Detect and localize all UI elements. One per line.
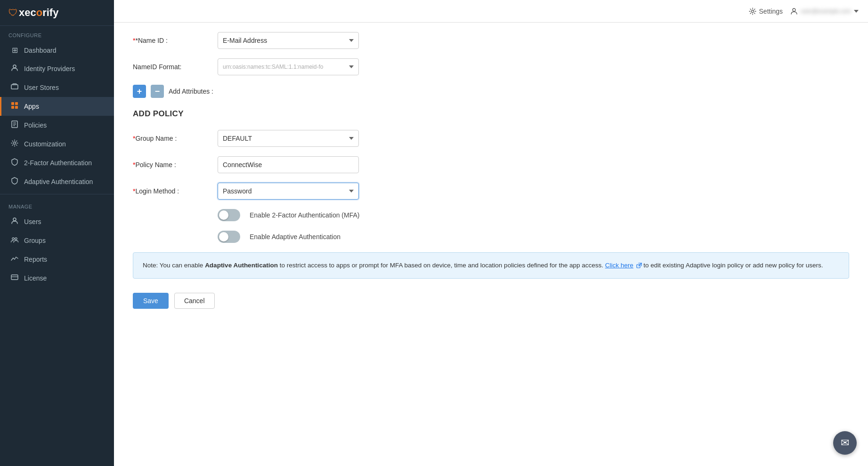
policy-name-label: *Policy Name :	[133, 161, 208, 169]
sidebar-item-label: Policies	[24, 121, 47, 129]
add-attributes-row: + − Add Attributes :	[133, 85, 849, 98]
logo-shield-icon: 🛡	[8, 8, 18, 18]
sidebar-item-2fa[interactable]: 2-Factor Authentication	[0, 153, 114, 172]
cancel-button[interactable]: Cancel	[174, 293, 215, 309]
policies-icon	[10, 121, 19, 130]
adaptive-toggle-label: Enable Adaptive Authentication	[250, 233, 341, 241]
info-text-3: to edit existing Adaptive login policy o…	[643, 262, 823, 269]
sidebar-item-policies[interactable]: Policies	[0, 116, 114, 135]
name-id-label: **Name ID :	[133, 37, 208, 44]
svg-point-16	[751, 10, 754, 12]
sidebar: 🛡 xecorify Configure ⊞ Dashboard Identit…	[0, 0, 114, 466]
apps-icon	[10, 102, 19, 111]
add-attribute-button[interactable]: +	[133, 85, 146, 98]
sidebar-item-label: Identity Providers	[24, 65, 75, 72]
logo-text: xecorify	[19, 7, 58, 19]
chat-bubble-button[interactable]: ✉	[833, 431, 857, 455]
license-icon	[10, 273, 19, 283]
svg-rect-1	[11, 85, 18, 89]
login-method-label: *Login Method :	[133, 187, 208, 195]
svg-point-10	[14, 142, 16, 145]
svg-point-12	[12, 238, 14, 240]
adaptive-auth-icon	[10, 177, 19, 186]
user-menu[interactable]: user@example.com	[790, 8, 859, 15]
user-icon	[790, 8, 798, 15]
name-id-row: **Name ID : E-Mail Address Username Phon…	[133, 32, 849, 49]
logo: 🛡 xecorify	[0, 0, 114, 26]
sidebar-item-label: Dashboard	[24, 47, 57, 54]
user-stores-icon	[10, 83, 19, 92]
reports-icon	[10, 255, 19, 264]
mfa-toggle-thumb	[219, 210, 228, 220]
save-button[interactable]: Save	[133, 293, 169, 309]
content-area: **Name ID : E-Mail Address Username Phon…	[114, 23, 868, 466]
svg-point-0	[13, 65, 16, 68]
name-id-select[interactable]: E-Mail Address Username Phone	[218, 32, 359, 49]
info-bold-text: Adaptive Authentication	[205, 262, 278, 269]
group-name-row: *Group Name : DEFAULT Group1 Group2	[133, 130, 849, 147]
mfa-toggle[interactable]	[218, 209, 240, 221]
sidebar-item-label: Groups	[24, 237, 46, 244]
sidebar-item-label: Reports	[24, 256, 47, 263]
sidebar-item-label: Customization	[24, 140, 66, 148]
chat-icon: ✉	[841, 437, 849, 449]
topbar: Settings user@example.com	[114, 0, 868, 23]
manage-section-label: Manage	[0, 197, 114, 212]
chevron-down-icon	[854, 10, 859, 13]
mfa-toggle-track	[218, 209, 240, 221]
external-link-icon	[636, 263, 642, 268]
customization-icon	[10, 139, 19, 149]
sidebar-item-users[interactable]: Users	[0, 212, 114, 231]
sidebar-item-label: License	[24, 274, 47, 282]
dashboard-icon: ⊞	[10, 46, 19, 55]
sidebar-item-license[interactable]: License	[0, 269, 114, 288]
click-here-link[interactable]: Click here	[605, 262, 633, 269]
nameid-format-label: NameID Format:	[133, 63, 208, 71]
settings-label: Settings	[759, 8, 783, 15]
configure-section-label: Configure	[0, 26, 114, 41]
settings-link[interactable]: Settings	[749, 8, 783, 15]
policy-name-row: *Policy Name :	[133, 156, 849, 173]
sidebar-item-label: Users	[24, 218, 41, 225]
adaptive-toggle-row: Enable Adaptive Authentication	[133, 231, 849, 243]
sidebar-item-groups[interactable]: Groups	[0, 231, 114, 250]
users-icon	[10, 217, 19, 226]
adaptive-toggle-track	[218, 231, 240, 243]
info-text-2: to restrict access to apps or prompt for…	[278, 262, 605, 269]
user-email: user@example.com	[801, 8, 851, 15]
svg-rect-14	[11, 275, 18, 280]
nameid-format-row: NameID Format: urn:oasis:names:tc:SAML:1…	[133, 58, 849, 75]
sidebar-item-label: User Stores	[24, 84, 59, 91]
svg-rect-5	[15, 106, 18, 109]
svg-point-17	[793, 8, 795, 11]
add-policy-heading: ADD POLICY	[133, 109, 849, 119]
policy-name-input[interactable]	[218, 156, 359, 173]
adaptive-toggle[interactable]	[218, 231, 240, 243]
svg-point-11	[13, 218, 16, 221]
identity-providers-icon	[10, 64, 19, 73]
adaptive-toggle-thumb	[219, 232, 228, 241]
group-name-label: *Group Name :	[133, 135, 208, 142]
remove-attribute-button[interactable]: −	[151, 85, 164, 98]
sidebar-item-adaptive-auth[interactable]: Adaptive Authentication	[0, 172, 114, 191]
sidebar-item-label: Apps	[24, 103, 39, 110]
action-buttons: Save Cancel	[133, 293, 849, 309]
login-method-select[interactable]: Password Passwordless Certificate	[218, 183, 359, 200]
2fa-icon	[10, 158, 19, 168]
sidebar-item-customization[interactable]: Customization	[0, 135, 114, 153]
mfa-toggle-label: Enable 2-Factor Authentication (MFA)	[250, 211, 359, 219]
group-name-select[interactable]: DEFAULT Group1 Group2	[218, 130, 359, 147]
sidebar-item-user-stores[interactable]: User Stores	[0, 78, 114, 97]
mfa-toggle-row: Enable 2-Factor Authentication (MFA)	[133, 209, 849, 221]
sidebar-item-label: 2-Factor Authentication	[24, 159, 92, 167]
sidebar-item-dashboard[interactable]: ⊞ Dashboard	[0, 41, 114, 59]
gear-icon	[749, 8, 756, 15]
sidebar-item-apps[interactable]: Apps	[0, 97, 114, 116]
groups-icon	[10, 236, 19, 245]
svg-rect-3	[15, 102, 18, 105]
svg-rect-4	[11, 106, 14, 109]
nameid-format-select[interactable]: urn:oasis:names:tc:SAML:1.1:nameid-fo	[218, 58, 359, 75]
sidebar-item-reports[interactable]: Reports	[0, 250, 114, 269]
sidebar-item-identity-providers[interactable]: Identity Providers	[0, 59, 114, 78]
info-text-1: Note: You can enable	[143, 262, 205, 269]
